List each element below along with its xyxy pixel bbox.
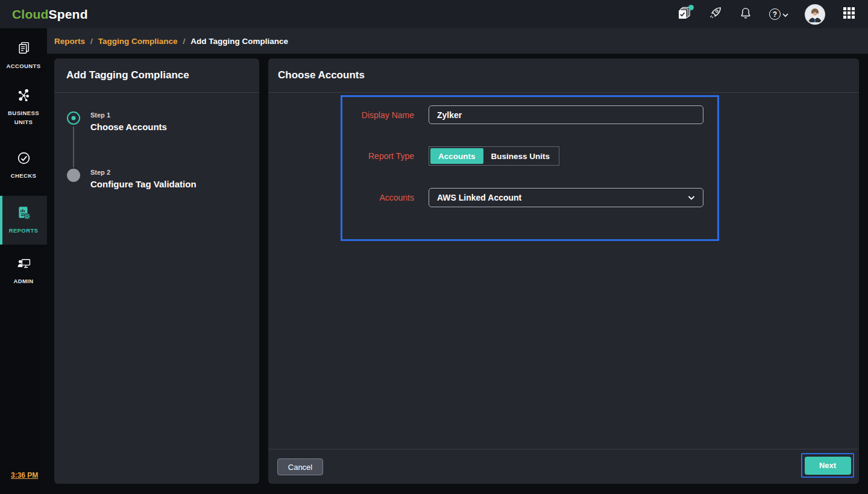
sidebar-label-accounts: ACCOUNTS — [1, 62, 45, 71]
cancel-button[interactable]: Cancel — [277, 458, 323, 475]
report-type-option-accounts[interactable]: Accounts — [430, 148, 483, 164]
step-connector-line — [73, 127, 74, 167]
wizard-step-2[interactable]: Step 2 Configure Tag Validation — [67, 169, 197, 189]
wizard-panel-title: Add Tagging Compliance — [54, 58, 259, 93]
report-type-label: Report Type — [342, 151, 414, 161]
display-name-input[interactable] — [429, 105, 703, 124]
display-name-row: Display Name — [342, 105, 717, 124]
accounts-label: Accounts — [342, 193, 414, 202]
form-highlight-outline: Display Name Report Type Accounts Busine… — [341, 95, 719, 241]
accounts-row: Accounts AWS Linked Account — [342, 188, 717, 207]
step-2-label: Configure Tag Validation — [90, 179, 197, 189]
accounts-dropdown-value: AWS Linked Account — [437, 193, 521, 202]
user-avatar[interactable] — [805, 4, 825, 25]
admin-icon — [16, 256, 31, 274]
logo-part-spend: Spend — [48, 7, 87, 21]
breadcrumb-tagging-compliance[interactable]: Tagging Compliance — [98, 37, 178, 46]
navbar-icon-group: ? — [677, 4, 856, 25]
sidebar-label-business-units: BUSINESS UNITS — [0, 109, 47, 127]
active-indicator-bar — [0, 196, 2, 245]
wizard-panel: Add Tagging Compliance Step 1 Choose Acc… — [54, 58, 259, 484]
choose-accounts-panel: Choose Accounts Display Name Report Type… — [268, 58, 859, 484]
whats-new-button[interactable] — [708, 7, 722, 22]
apps-grid-button[interactable] — [841, 7, 856, 22]
step-1-label: Choose Accounts — [90, 122, 167, 132]
breadcrumb-separator: / — [90, 37, 93, 46]
sidebar-item-admin[interactable]: ADMIN — [0, 256, 47, 286]
sidebar-item-business-units[interactable]: BUSINESS UNITS — [0, 88, 47, 127]
step-2-pending-circle-icon — [67, 169, 80, 182]
bell-icon — [739, 7, 752, 22]
help-icon: ? — [769, 8, 781, 20]
breadcrumb-separator: / — [183, 37, 186, 46]
report-type-toggle: Accounts Business Units — [429, 146, 559, 166]
breadcrumb-current-page: Add Tagging Compliance — [190, 37, 288, 46]
check-circle-icon — [16, 151, 31, 168]
footer-divider — [268, 449, 859, 449]
sidebar-label-checks: CHECKS — [6, 172, 42, 181]
top-navbar: CloudSpend — [0, 0, 868, 28]
step-2-number: Step 2 — [90, 169, 197, 176]
accounts-icon — [16, 41, 31, 58]
next-button-highlight-outline: Next — [801, 453, 854, 478]
step-1-active-circle-icon — [67, 111, 80, 125]
report-type-option-business-units[interactable]: Business Units — [483, 148, 558, 164]
breadcrumb-reports[interactable]: Reports — [54, 37, 85, 46]
next-button[interactable]: Next — [805, 457, 851, 475]
business-units-icon — [16, 88, 31, 105]
report-type-row: Report Type Accounts Business Units — [342, 146, 717, 166]
sidebar: ACCOUNTS BUSINESS UNITS CHECKS — [0, 28, 47, 494]
feedback-button[interactable] — [677, 7, 691, 22]
accounts-dropdown[interactable]: AWS Linked Account — [429, 188, 703, 207]
sidebar-item-accounts[interactable]: ACCOUNTS — [0, 41, 47, 71]
reports-icon — [16, 205, 31, 223]
logo-part-cloud: Cloud — [12, 7, 48, 21]
grid-icon — [843, 7, 855, 21]
wizard-step-1[interactable]: Step 1 Choose Accounts — [67, 111, 167, 132]
rocket-icon — [708, 6, 722, 22]
dropdown-chevron-icon — [688, 193, 695, 202]
help-menu-button[interactable]: ? — [769, 8, 788, 20]
clock-time-link[interactable]: 3:36 PM — [11, 471, 38, 480]
main-panel-title: Choose Accounts — [268, 58, 859, 93]
sidebar-label-admin: ADMIN — [8, 277, 38, 286]
sidebar-label-reports: REPORTS — [4, 227, 43, 236]
step-1-number: Step 1 — [90, 111, 167, 119]
sidebar-item-checks[interactable]: CHECKS — [0, 151, 47, 181]
sidebar-item-reports-active[interactable]: REPORTS — [0, 196, 47, 245]
chevron-down-icon — [782, 9, 788, 20]
cloudspend-logo[interactable]: CloudSpend — [12, 7, 88, 22]
notifications-button[interactable] — [738, 7, 753, 22]
breadcrumb: Reports / Tagging Compliance / Add Taggi… — [47, 28, 868, 54]
display-name-label: Display Name — [342, 110, 414, 120]
notification-dot — [688, 5, 694, 10]
